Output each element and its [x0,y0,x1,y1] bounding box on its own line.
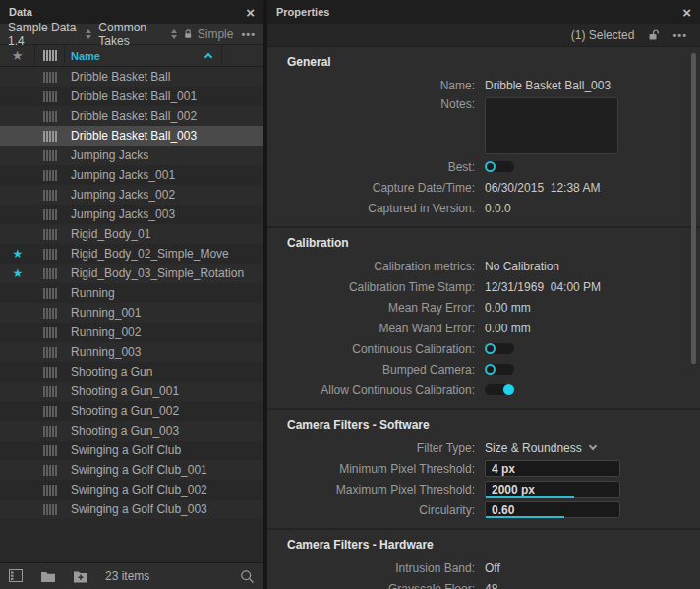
star-icon: ★ [0,267,35,279]
take-row[interactable]: Running [0,283,263,303]
unlock-icon[interactable] [648,29,659,41]
marker-cell [35,249,65,260]
filter-type-value: Size & Roundness [485,442,582,455]
allow-continuous-calibration-toggle[interactable] [485,384,514,395]
marker-icon [43,91,57,102]
take-row[interactable]: Jumping Jacks_001 [0,165,263,185]
marker-cell [35,504,65,515]
marker-cell [35,170,65,181]
properties-content: GeneralName:Dribble Basket Ball_003Notes… [267,47,700,589]
properties-panel-title: Properties [276,6,682,18]
take-row[interactable]: Shooting a Gun_001 [0,382,263,401]
take-row[interactable]: Swinging a Golf Club [0,441,263,460]
marker-cell [35,268,65,279]
panel-menu-button[interactable]: ••• [241,29,256,40]
marker-icon [43,150,57,161]
property-row: Captured in Version:0.0.0 [267,198,700,218]
marker-icon [43,327,57,338]
marker-cell [35,150,65,161]
text-input[interactable] [485,460,620,477]
maximum-pixel-threshold-field[interactable] [485,481,620,498]
take-row[interactable]: Swinging a Golf Club_001 [0,460,263,480]
take-name: Running_003 [65,345,141,359]
section-title: Calibration [287,236,700,250]
property-row: Notes: [267,95,700,156]
take-pane-icon[interactable] [9,569,24,583]
marker-column-header[interactable] [35,45,65,66]
spinner-arrows-icon[interactable] [86,29,91,39]
take-row[interactable]: Swinging a Golf Club_003 [0,500,263,519]
continuous-calibration-toggle[interactable] [485,343,514,354]
name-value: Dribble Basket Ball_003 [485,79,611,92]
panel-menu-button[interactable]: ••• [672,29,687,41]
marker-icon [43,308,57,319]
marker-icon [43,268,57,279]
take-row[interactable]: Running_002 [0,323,263,342]
take-row[interactable]: Dribble Basket Ball_002 [0,106,263,126]
take-name: Running_002 [65,325,141,339]
name-label: Name: [267,79,475,92]
name-column-header[interactable]: Name [65,45,222,66]
close-icon[interactable]: × [246,5,255,20]
data-panel-footer: 23 items [0,562,263,589]
session-archive-select[interactable]: Sample Data 1.4 [8,21,82,48]
circularity-field[interactable] [485,501,620,518]
new-folder-icon[interactable] [73,570,88,583]
take-row[interactable]: Dribble Basket Ball_001 [0,87,263,106]
best-toggle[interactable] [485,161,514,172]
spinner-arrows-icon[interactable] [171,29,177,39]
search-icon[interactable] [240,569,255,584]
take-row[interactable]: Dribble Basket Ball_003 [0,126,263,146]
take-row[interactable]: Running_001 [0,303,263,323]
marker-icon [43,386,57,397]
folder-icon[interactable] [40,570,56,583]
bumped-camera-toggle[interactable] [485,364,514,375]
take-row[interactable]: Jumping Jacks_003 [0,205,263,224]
marker-cell [35,288,65,299]
take-row[interactable]: Rigid_Body_01 [0,224,263,244]
vertical-scrollbar[interactable] [691,53,696,364]
data-panel-title: Data [9,6,246,18]
take-row[interactable]: Running_003 [0,342,263,362]
take-row[interactable]: Jumping Jacks [0,146,263,165]
marker-cell [35,386,65,397]
close-icon[interactable]: × [682,5,691,20]
take-row[interactable]: Shooting a Gun_003 [0,421,263,441]
take-name: Swinging a Golf Club_003 [65,502,207,516]
toggle-knob [485,343,496,354]
star-icon: ★ [0,248,35,260]
marker-cell [35,91,65,102]
marker-icon [43,111,57,122]
value-fill-bar [486,496,574,498]
star-column-header[interactable]: ★ [0,45,35,66]
marker-icon [43,170,57,181]
notes-textarea[interactable] [485,97,618,154]
marker-icon [43,131,57,142]
property-row: Calibration metrics:No Calibration [267,256,700,276]
section-title: Camera Filters - Hardware [287,538,700,552]
take-row[interactable]: Jumping Jacks_002 [0,185,263,205]
session-folder-select[interactable]: Common Takes [98,21,167,48]
property-row: Grayscale Floor:48 [267,578,700,589]
take-row[interactable]: Shooting a Gun [0,362,263,382]
take-row[interactable]: ★Rigid_Body_02_Simple_Move [0,244,263,264]
mode-label[interactable]: Simple [198,28,234,41]
marker-icon [43,426,57,437]
take-name: Jumping Jacks_003 [65,207,175,221]
take-row[interactable]: Swinging a Golf Club_002 [0,480,263,500]
allow-continuous-calibration-label: Allow Continuous Calibration: [267,383,475,397]
take-row[interactable]: ★Rigid_Body_03_Simple_Rotation [0,264,263,283]
filter-type-dropdown[interactable]: Size & Roundness [485,442,596,455]
properties-panel: Properties × (1) Selected ••• GeneralNam… [267,0,700,589]
marker-cell [35,347,65,358]
take-row[interactable]: Dribble Basket Ball [0,67,263,87]
take-row[interactable]: Shooting a Gun_002 [0,401,263,421]
header-filler [222,45,263,66]
calibration-time-stamp-label: Calibration Time Stamp: [267,280,475,294]
minimum-pixel-threshold-field[interactable] [485,460,620,477]
property-row: Minimum Pixel Threshold: [267,458,700,479]
take-name: Jumping Jacks_002 [65,188,175,202]
continuous-calibration-label: Continuous Calibration: [267,342,475,356]
property-row: Mean Ray Error:0.00 mm [267,297,700,318]
marker-icon [43,229,57,240]
